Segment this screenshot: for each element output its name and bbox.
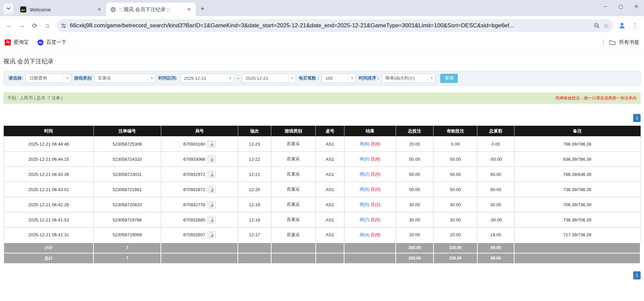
date-end-select[interactable]: 2025-12-21 ▼ [242, 73, 296, 83]
footer-empty-cell [161, 253, 238, 264]
cell-session: 12-20 [238, 182, 271, 197]
bookmark-aitaobao[interactable]: 淘 爱淘宝 [5, 39, 29, 46]
game-category-select[interactable]: 百家乐 ▼ [94, 73, 156, 83]
video-replay-button[interactable] [207, 231, 216, 239]
column-header-2: 局号 [161, 126, 238, 137]
footer-empty-cell [316, 253, 344, 264]
cell-session: 12-21 [238, 167, 271, 182]
column-header-6: 结果 [344, 126, 396, 137]
back-button[interactable]: ← [3, 20, 15, 31]
cell-time: 2025-12-21 06:41:53 [4, 212, 93, 228]
tab-close-icon[interactable]: ✕ [186, 6, 192, 13]
video-replay-button[interactable] [207, 171, 216, 178]
tab-welcome[interactable]: Welcome ✕ [16, 3, 106, 16]
cell-note: 786.39/836.39 [514, 167, 640, 182]
cell-total-bet-link[interactable]: 50.00 [396, 152, 433, 167]
filter-bar: 请选择: 日期查询 ▼ 游戏类别 百家乐 ▼ 时间区间: 2025-12-21 … [3, 71, 641, 86]
cell-total-bet-link[interactable]: 20.00 [396, 228, 433, 243]
select-label: 请选择: [8, 75, 23, 81]
forward-button[interactable]: → [16, 20, 28, 31]
cell-total-bet-link[interactable]: 50.00 [396, 167, 433, 182]
reload-button[interactable]: ⟳ [29, 20, 40, 31]
profile-avatar[interactable] [616, 20, 628, 31]
cell-bet-number: 523058719788 [93, 212, 161, 228]
new-tab-button[interactable]: + [198, 4, 207, 13]
cell-table-number: AS1 [316, 212, 344, 228]
cell-round-number: 670933066 [161, 152, 238, 167]
page-1-button[interactable]: 1 [633, 271, 641, 279]
result-banker: 庄(5) [371, 217, 381, 222]
summary-left-text: 币别 : 人民币 | 总共 :7 注单 | [7, 95, 63, 101]
chevron-down-icon: ▼ [226, 74, 234, 83]
cell-note: 736.39/786.39 [514, 182, 640, 197]
bookmark-star-icon[interactable]: ☆ [603, 22, 609, 30]
column-header-0: 时间 [4, 126, 93, 137]
footer-label: 小计 [4, 243, 93, 253]
date-start-select[interactable]: 2025-12-21 ▼ [180, 73, 234, 83]
cell-bet-number: 523058725306 [93, 137, 161, 152]
query-type-select[interactable]: 日期查询 ▼ [26, 73, 71, 83]
chevron-down-icon: ▼ [428, 74, 435, 83]
cell-table-number: AS1 [316, 152, 344, 167]
page-1-button[interactable]: 1 [633, 114, 641, 122]
browser-menu-icon[interactable]: ⋮ [629, 20, 641, 31]
summary-bar: 币别 : 人民币 | 总共 :7 注单 | 同局有效投注，统一计算在该局第一张注… [3, 92, 641, 104]
chevron-down-icon: ▼ [288, 74, 296, 83]
cell-result: 闲(5) 庄(1) [344, 197, 396, 212]
video-replay-button[interactable] [207, 140, 216, 148]
cell-round-number: 670932778 [161, 197, 238, 212]
cell-total-bet-link[interactable]: 20.00 [396, 137, 433, 152]
round-number: 670933066 [183, 157, 205, 162]
video-replay-button[interactable] [207, 216, 216, 223]
footer-empty-cell [344, 243, 396, 253]
round-number: 670932685 [183, 217, 205, 222]
cell-result: 闲(0) 庄(6) [344, 152, 396, 167]
bookmark-baidu[interactable]: du 百度一下 [37, 39, 66, 46]
search-button[interactable]: 查询 [440, 74, 458, 83]
cell-total-bet-link[interactable]: 30.00 [396, 197, 433, 212]
column-header-7: 总投注 [396, 126, 433, 137]
home-button[interactable]: ⌂ [42, 20, 53, 31]
globe-icon [110, 6, 116, 12]
tab-betrecord[interactable]: :::视讯 会员下注纪录::: ✕ [106, 3, 196, 16]
address-bar[interactable]: 66cxkj98.com/game/betrecord_search/kind3… [57, 19, 613, 32]
site-settings-icon[interactable] [61, 23, 66, 29]
url-text[interactable]: 66cxkj98.com/game/betrecord_search/kind3… [70, 22, 590, 29]
column-header-3: 场次 [238, 126, 271, 137]
video-replay-button[interactable] [207, 155, 216, 163]
cell-session: 12-17 [238, 228, 271, 243]
footer-total-bet: 250.00 [396, 243, 433, 253]
footer-empty-cell [316, 243, 344, 253]
video-replay-button[interactable] [207, 201, 216, 208]
footer-count: 7 [93, 253, 161, 264]
round-number: 670932872 [183, 187, 205, 192]
bet-record-table: 时间注单编号局号场次游戏类别桌号结果总投注有效投注总派彩备注 2025-12-2… [3, 126, 641, 264]
footer-valid-bet: 230.00 [433, 253, 477, 264]
cell-note: 717.39/736.39 [514, 228, 640, 243]
cell-bet-number: 523058723011 [93, 167, 161, 182]
per-page-select[interactable]: 100 ▼ [321, 73, 356, 83]
cell-round-number: 670933160 [161, 137, 238, 152]
close-button[interactable]: ✕ [628, 0, 644, 13]
cell-table-number: AS1 [316, 137, 344, 152]
column-header-10: 备注 [514, 126, 640, 137]
video-replay-button[interactable] [207, 186, 216, 193]
minimize-button[interactable]: ─ [597, 0, 613, 13]
footer-label: 总计 [4, 253, 93, 264]
table-footer: 小计7250.00230.0069.00总计7250.00230.0069.00 [4, 243, 640, 264]
tab-title: Welcome [30, 7, 92, 12]
sort-select[interactable]: 降幂(由大到小) ▼ [382, 73, 436, 83]
cell-bet-number: 523058720820 [93, 197, 161, 212]
cell-total-bet-link[interactable]: 30.00 [396, 212, 433, 228]
tab-search-button[interactable] [3, 3, 13, 13]
footer-total-bet: 250.00 [396, 253, 433, 264]
all-bookmarks-button[interactable]: 所有书签 [603, 39, 639, 46]
maximize-button[interactable]: ▢ [613, 0, 628, 13]
result-banker: 庄(0) [371, 172, 381, 177]
zoom-icon[interactable] [594, 23, 600, 29]
cell-total-bet-link[interactable]: 50.00 [396, 182, 433, 197]
footer-payout: 69.00 [477, 253, 514, 264]
cell-valid-bet: 20.00 [433, 228, 477, 243]
tab-close-icon[interactable]: ✕ [96, 6, 103, 13]
pagination-bottom: 1 [3, 271, 641, 279]
